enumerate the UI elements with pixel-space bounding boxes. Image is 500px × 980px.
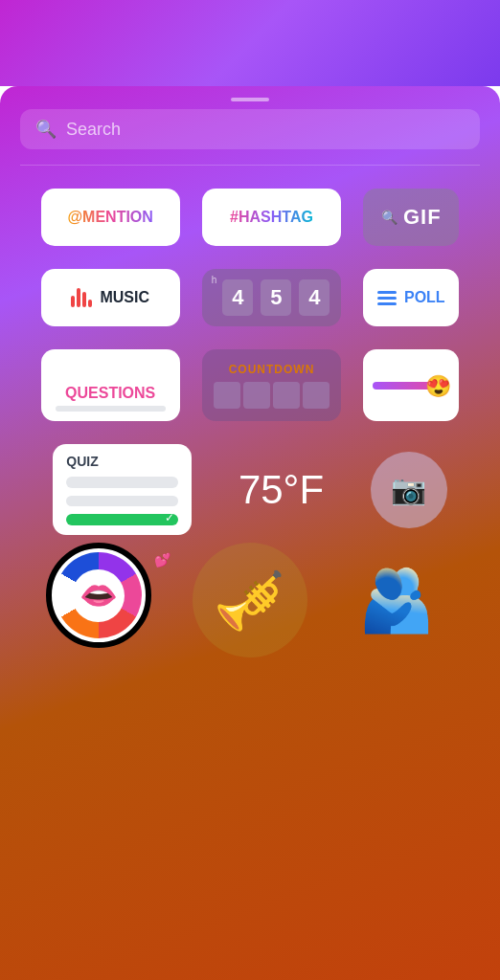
quiz-option-2: [66, 496, 178, 507]
countdown-block-3: [273, 382, 300, 409]
gif-sticker[interactable]: 🔍 GIF: [363, 189, 459, 246]
bar4: [88, 300, 92, 307]
sticker-row-3: QUESTIONS COUNTDOWN 😍: [30, 349, 470, 421]
hashtag-sticker[interactable]: #HASHTAG: [202, 189, 341, 246]
timer-small: h: [212, 275, 217, 285]
countdown-block-4: [303, 382, 330, 409]
mouth-sticker[interactable]: 👄 💕: [46, 543, 161, 657]
bar1: [71, 296, 75, 307]
mouth-spiral: 👄: [56, 552, 142, 638]
poll-line-2: [377, 297, 397, 300]
quiz-label: QUIZ: [66, 454, 98, 469]
countdown-label: COUNTDOWN: [229, 363, 315, 376]
divider: [20, 165, 480, 166]
sticker-row-1: @MENTION #HASHTAG 🔍 GIF: [30, 189, 470, 246]
countdown-blocks: [214, 382, 330, 409]
countdown-block-2: [243, 382, 270, 409]
music-sticker[interactable]: MUSIC: [41, 269, 180, 326]
poll-label: POLL: [404, 289, 445, 306]
temperature-sticker[interactable]: 75°F: [239, 467, 324, 513]
gif-label: GIF: [403, 205, 442, 230]
trumpet-sticker[interactable]: 🎺: [193, 543, 307, 657]
search-icon-gif: 🔍: [381, 210, 398, 225]
heart-decoration: 💕: [154, 552, 170, 568]
sticker-row-4: QUIZ ✓ 75°F 📷: [30, 444, 470, 535]
emoji-slider-sticker[interactable]: 😍: [363, 349, 459, 421]
timer-digit-2: 5: [261, 279, 291, 316]
poll-line-3: [377, 302, 397, 305]
bar3: [82, 292, 86, 307]
search-placeholder: Search: [66, 120, 121, 140]
top-bar: [0, 0, 500, 86]
camera-icon: 📷: [391, 473, 426, 506]
questions-bar: [56, 406, 166, 412]
music-label: MUSIC: [100, 289, 149, 306]
slider-track: 😍: [373, 382, 449, 390]
lips-icon: 👄: [80, 577, 118, 613]
timer-sticker[interactable]: h 4 5 4: [202, 269, 341, 326]
mouth-outer: 👄: [46, 543, 151, 648]
bottom-sticker-row: 👄 💕 🎺 🫂: [20, 543, 480, 657]
slider-emoji: 😍: [425, 374, 451, 399]
timer-digit-3: 4: [299, 279, 330, 316]
slider-container: 😍: [373, 382, 449, 390]
music-bars-icon: [71, 288, 92, 307]
temperature-value: 75°F: [239, 467, 324, 513]
mention-sticker[interactable]: @MENTION: [41, 189, 180, 246]
trumpet-emoji: 🎺: [214, 567, 285, 635]
drag-handle[interactable]: [231, 98, 269, 101]
sticker-grid: @MENTION #HASHTAG 🔍 GIF MUSIC: [20, 189, 480, 535]
timer-digit-1: 4: [222, 279, 253, 316]
countdown-block-1: [214, 382, 240, 409]
countdown-sticker[interactable]: COUNTDOWN: [202, 349, 341, 421]
sticker-row-2: MUSIC h 4 5 4 POLL: [30, 269, 470, 326]
quiz-answer-bar: ✓: [66, 514, 178, 525]
hashtag-label: #HASHTAG: [230, 209, 313, 226]
quiz-sticker[interactable]: QUIZ ✓: [53, 444, 192, 535]
questions-sticker[interactable]: QUESTIONS: [41, 349, 180, 421]
quiz-check-icon: ✓: [165, 511, 174, 524]
sticker-panel: 🔍 Search @MENTION #HASHTAG 🔍 GIF: [0, 86, 500, 980]
poll-line-1: [377, 291, 397, 294]
questions-label: QUESTIONS: [65, 385, 155, 402]
search-bar[interactable]: 🔍 Search: [20, 109, 480, 149]
group-emoji: 🫂: [358, 565, 435, 636]
poll-lines-icon: [377, 291, 397, 305]
search-icon: 🔍: [35, 119, 57, 140]
quiz-option-1: [66, 477, 178, 488]
camera-sticker[interactable]: 📷: [371, 452, 447, 528]
mouth-inner: 👄: [72, 569, 125, 622]
group-sticker[interactable]: 🫂: [339, 543, 454, 657]
mention-label: @MENTION: [67, 209, 152, 226]
bar2: [77, 288, 80, 307]
poll-sticker[interactable]: POLL: [363, 269, 459, 326]
